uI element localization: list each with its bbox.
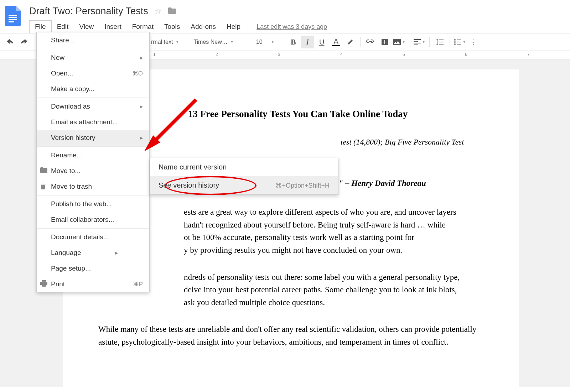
document-title[interactable]: Draft Two: Personality Tests bbox=[29, 6, 148, 17]
add-comment-button[interactable] bbox=[378, 36, 391, 48]
underline-button[interactable]: U bbox=[315, 36, 328, 48]
menu-version-history[interactable]: Version history▶ bbox=[37, 130, 149, 146]
svg-point-6 bbox=[454, 39, 456, 41]
paragraph-style-label: rmal text bbox=[151, 39, 173, 45]
ruler-mark: 6 bbox=[465, 52, 467, 57]
font-label: Times New… bbox=[193, 39, 227, 45]
font-size-label: 10 bbox=[256, 39, 263, 45]
svg-rect-1 bbox=[9, 17, 17, 18]
svg-rect-2 bbox=[9, 19, 17, 20]
menu-print[interactable]: Print⌘P bbox=[37, 276, 149, 292]
redo-button[interactable] bbox=[18, 36, 31, 48]
menu-language[interactable]: Language▶ bbox=[37, 245, 149, 261]
bold-button[interactable]: B bbox=[287, 36, 300, 48]
menu-file[interactable]: File bbox=[29, 20, 52, 33]
text-color-button[interactable]: A bbox=[330, 36, 342, 48]
font-size-select[interactable]: 10 ▼ bbox=[251, 37, 279, 47]
menu-help[interactable]: Help bbox=[221, 21, 246, 33]
menu-share[interactable]: Share... bbox=[37, 32, 149, 48]
undo-button[interactable] bbox=[4, 36, 16, 48]
menu-move-to-trash[interactable]: Move to trash bbox=[37, 179, 149, 194]
menu-download-as[interactable]: Download as▶ bbox=[37, 99, 149, 114]
menu-email-collaborators[interactable]: Email collaborators... bbox=[37, 212, 149, 228]
svg-rect-5 bbox=[393, 39, 401, 45]
menu-insert[interactable]: Insert bbox=[99, 21, 127, 33]
menu-email-attachment[interactable]: Email as attachment... bbox=[37, 114, 149, 130]
menu-page-setup[interactable]: Page setup... bbox=[37, 261, 149, 276]
star-icon[interactable]: ☆ bbox=[155, 7, 162, 16]
menu-format[interactable]: Format bbox=[127, 21, 159, 33]
chevron-down-icon: ▼ bbox=[271, 40, 274, 44]
chevron-down-icon: ▼ bbox=[402, 40, 405, 44]
trash-icon bbox=[40, 182, 46, 191]
svg-point-7 bbox=[454, 41, 456, 43]
menu-edit[interactable]: Edit bbox=[52, 21, 74, 33]
svg-rect-0 bbox=[9, 15, 17, 16]
last-edit-link[interactable]: Last edit was 3 days ago bbox=[256, 23, 327, 31]
chevron-right-icon: ▶ bbox=[140, 56, 143, 60]
chevron-down-icon: ▼ bbox=[230, 40, 234, 44]
menubar: File Edit View Insert Format Tools Add-o… bbox=[29, 20, 327, 33]
menu-move-to[interactable]: Move to... bbox=[37, 163, 149, 179]
annotation-arrow bbox=[139, 93, 203, 158]
doc-paragraph: While many of these tests are unreliable… bbox=[98, 323, 497, 348]
ruler-mark: 7 bbox=[527, 52, 530, 57]
menu-addons[interactable]: Add-ons bbox=[185, 21, 221, 33]
doc-paragraph: ests are a great way to explore differen… bbox=[98, 206, 497, 257]
folder-icon[interactable] bbox=[168, 7, 176, 15]
chevron-right-icon: ▶ bbox=[115, 251, 118, 255]
docs-logo[interactable] bbox=[4, 4, 22, 28]
more-button[interactable]: ⋮ bbox=[468, 36, 481, 48]
annotation-circle bbox=[165, 176, 256, 195]
chevron-down-icon: ▼ bbox=[176, 40, 179, 44]
menu-view[interactable]: View bbox=[74, 21, 99, 33]
shortcut-label: ⌘+Option+Shift+H bbox=[275, 182, 330, 189]
doc-paragraph: ndreds of personality tests out there: s… bbox=[98, 271, 497, 309]
print-icon bbox=[40, 280, 47, 288]
ruler-mark: 5 bbox=[403, 52, 405, 57]
paragraph-style-select[interactable]: rmal text ▼ bbox=[147, 37, 182, 47]
submenu-name-version[interactable]: Name current version bbox=[150, 158, 338, 176]
list-button[interactable]: ▼ bbox=[454, 36, 466, 48]
menu-tools[interactable]: Tools bbox=[159, 21, 185, 33]
ruler-mark: 1 bbox=[153, 52, 156, 57]
svg-line-9 bbox=[153, 100, 196, 142]
ruler-mark: 2 bbox=[216, 52, 218, 57]
font-select[interactable]: Times New… ▼ bbox=[190, 37, 243, 47]
shortcut-label: ⌘P bbox=[133, 281, 143, 288]
svg-point-8 bbox=[454, 43, 456, 45]
menu-document-details[interactable]: Document details... bbox=[37, 229, 149, 245]
ruler-mark: 3 bbox=[278, 52, 280, 57]
italic-button[interactable]: I bbox=[301, 36, 314, 48]
menu-open[interactable]: Open...⌘O bbox=[37, 66, 149, 81]
insert-image-button[interactable]: ▼ bbox=[393, 36, 405, 48]
align-button[interactable]: ▼ bbox=[413, 36, 426, 48]
chevron-down-icon: ▼ bbox=[463, 40, 466, 44]
line-spacing-button[interactable] bbox=[433, 36, 446, 48]
menu-new[interactable]: New▶ bbox=[37, 50, 149, 66]
menu-publish-web[interactable]: Publish to the web... bbox=[37, 196, 149, 212]
menu-rename[interactable]: Rename... bbox=[37, 147, 149, 163]
highlight-color-button[interactable] bbox=[344, 36, 357, 48]
folder-icon bbox=[40, 167, 47, 175]
svg-rect-3 bbox=[9, 21, 14, 22]
chevron-down-icon: ▼ bbox=[422, 40, 425, 44]
ruler-mark: 4 bbox=[340, 52, 343, 57]
shortcut-label: ⌘O bbox=[132, 70, 143, 77]
insert-link-button[interactable] bbox=[364, 36, 377, 48]
file-menu-dropdown: Share... New▶ Open...⌘O Make a copy... D… bbox=[36, 32, 150, 292]
menu-make-copy[interactable]: Make a copy... bbox=[37, 81, 149, 97]
